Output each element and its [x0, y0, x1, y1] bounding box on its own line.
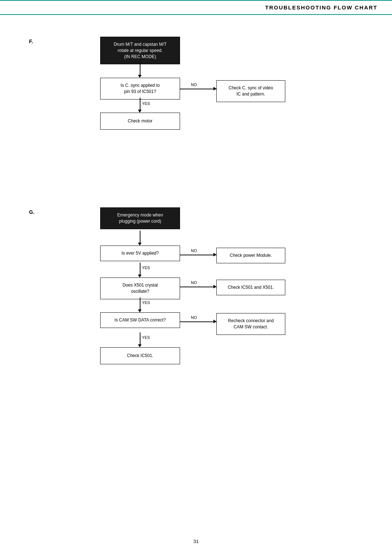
- page-number: 31: [0, 539, 392, 544]
- g-no3-line2: CAM SW contact.: [222, 324, 280, 330]
- flowchart-g: Emergency mode when plugging (power cord…: [71, 207, 363, 454]
- content-area: F. Drum M/T and capstan M/T rotate at re…: [0, 29, 392, 480]
- g-arrowhead-yes3: [138, 344, 142, 347]
- g-arrowhead-yes1: [138, 275, 142, 278]
- g-yes2-label: YES: [142, 300, 150, 305]
- g-q2-line1: Does X501 crystal: [106, 282, 175, 288]
- g-arrowhead-no3: [213, 320, 216, 323]
- f-q1-line1: Is C. sync applied to: [106, 82, 175, 89]
- f-no1-line1: Check C. sync of video: [222, 85, 280, 91]
- g-end-line1: Check IC501.: [106, 353, 175, 359]
- g-start-line1: Emergency mode when: [106, 212, 175, 218]
- g-arrow-no2-h: [180, 287, 216, 287]
- g-no3-line1: Recheck connector and: [222, 318, 280, 324]
- f-start-line1: Drum M/T and capstan M/T: [106, 41, 175, 48]
- f-arrowhead-no: [213, 87, 216, 90]
- g-q2-line2: oscillate?: [106, 288, 175, 295]
- section-g-label: G.: [29, 207, 49, 215]
- g-no2-label: NO: [191, 280, 197, 285]
- g-arrowhead-yes2: [138, 309, 142, 312]
- g-end-box: Check IC501.: [100, 347, 180, 364]
- f-arrow-no-h: [180, 89, 216, 89]
- f-end-line1: Check motor: [106, 118, 175, 124]
- g-no3-label: NO: [191, 315, 197, 320]
- g-yes3-label: YES: [142, 335, 150, 340]
- f-no1-box: Check C. sync of video IC and pattern.: [216, 80, 285, 102]
- f-arrowhead-yes: [138, 110, 142, 113]
- f-q1-box: Is C. sync applied to pin 93 of IC501?: [100, 78, 180, 100]
- g-arrowhead-no1: [213, 253, 216, 256]
- section-g-row: G. Emergency mode when plugging (power c…: [29, 207, 363, 454]
- page-header: TROUBLESHOOTING FLOW CHART: [0, 0, 392, 15]
- page: TROUBLESHOOTING FLOW CHART F. Drum M/T a…: [0, 0, 392, 555]
- g-no1-box: Check power Module.: [216, 248, 285, 263]
- g-no1-line1: Check power Module.: [222, 252, 280, 259]
- g-yes1-label: YES: [142, 266, 150, 270]
- f-start-line3: (IN REC MODE): [106, 54, 175, 60]
- f-end-box: Check motor: [100, 113, 180, 130]
- g-no2-box: Check IC501 and X501.: [216, 280, 285, 295]
- g-q3-line1: Is CAM SW DATA correct?: [106, 317, 175, 323]
- g-start-box: Emergency mode when plugging (power cord…: [100, 207, 180, 229]
- f-yes-label: YES: [142, 101, 150, 106]
- g-q1-line1: Is ever 5V applied?: [106, 250, 175, 256]
- f-no-label: NO: [191, 82, 197, 87]
- g-start-line2: plugging (power cord): [106, 218, 175, 224]
- f-arrowhead1: [138, 75, 142, 78]
- flowchart-f: Drum M/T and capstan M/T rotate at regul…: [71, 37, 363, 193]
- page-title: TROUBLESHOOTING FLOW CHART: [265, 4, 377, 11]
- g-arrow-no3-h: [180, 321, 216, 322]
- f-q1-line2: pin 93 of IC501?: [106, 89, 175, 95]
- g-q1-box: Is ever 5V applied?: [100, 246, 180, 261]
- g-arrowhead-no2: [213, 285, 216, 288]
- g-no2-line1: Check IC501 and X501.: [222, 284, 280, 291]
- g-no1-label: NO: [191, 248, 197, 253]
- section-f-row: F. Drum M/T and capstan M/T rotate at re…: [29, 37, 363, 193]
- f-no1-line2: IC and pattern.: [222, 91, 280, 97]
- g-q3-box: Is CAM SW DATA correct?: [100, 312, 180, 328]
- section-f-label: F.: [29, 37, 49, 44]
- g-arrowhead1: [138, 243, 142, 246]
- f-start-box: Drum M/T and capstan M/T rotate at regul…: [100, 37, 180, 64]
- g-no3-box: Recheck connector and CAM SW contact.: [216, 313, 285, 335]
- g-q2-box: Does X501 crystal oscillate?: [100, 278, 180, 299]
- g-arrow-no1-h: [180, 255, 216, 255]
- f-start-line2: rotate at regular speed.: [106, 48, 175, 54]
